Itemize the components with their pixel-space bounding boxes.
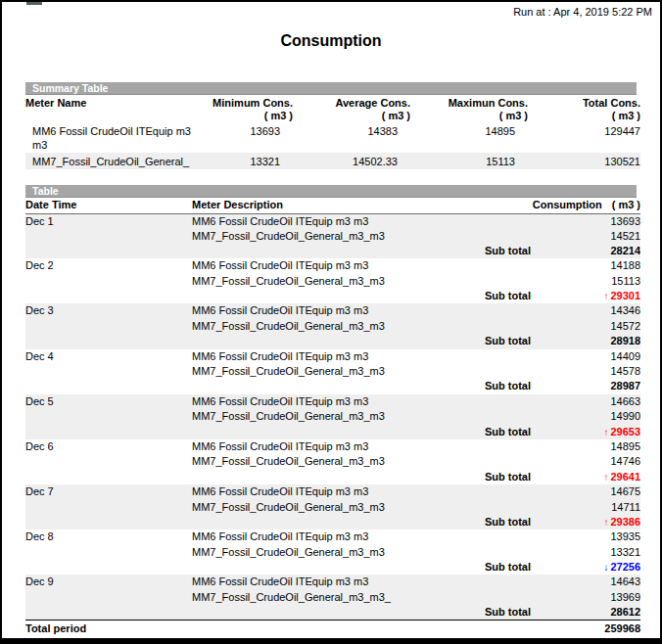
total-period-row: Total period 259968 — [25, 621, 640, 637]
spacer-cell — [466, 303, 531, 318]
sub-total-row: Sub total↑29386 — [25, 515, 640, 529]
meter-description-cell: MM6 Fossil CrudeOil ITEquip m3 m3 — [192, 349, 466, 364]
sub-total-value: 28918 — [531, 334, 640, 348]
sub-total-value: ↓27256 — [531, 560, 640, 575]
summary-total-value: 129447 — [528, 122, 640, 153]
spacer-cell — [466, 454, 531, 469]
detail-table-body: Dec 1MM6 Fossil CrudeOil ITEquip m3 m313… — [25, 213, 640, 621]
consumption-value-cell: 13321 — [531, 545, 640, 560]
spacer-cell — [466, 409, 531, 424]
meter-description-cell: MM6 Fossil CrudeOil ITEquip m3 m3 — [192, 258, 466, 273]
detail-col-meter-description: Meter Description — [192, 198, 466, 213]
detail-meter-row: MM7_Fossil_CrudeOil_General_m3_m315113 — [25, 274, 640, 289]
down-arrow-icon: ↓ — [603, 562, 608, 573]
date-cell: Dec 7 — [25, 484, 192, 499]
spacer-cell — [466, 319, 531, 334]
consumption-value-cell: 14711 — [531, 500, 640, 515]
detail-meter-row: Dec 7MM6 Fossil CrudeOil ITEquip m3 m314… — [25, 484, 640, 499]
meter-description-cell: MM7_Fossil_CrudeOil_General_m3_m3 — [192, 229, 466, 244]
sub-total-value: ↑29386 — [531, 515, 640, 529]
detail-section-header: Table — [25, 185, 637, 198]
summary-col-unit: ( m3 ) — [528, 110, 640, 122]
detail-header-row: Date Time Meter Description Consumption(… — [25, 198, 640, 213]
summary-col-label: Average Cons. — [293, 97, 410, 110]
meter-description-cell: MM6 Fossil CrudeOil ITEquip m3 m3 — [192, 303, 466, 318]
date-cell — [25, 560, 192, 575]
summary-row: MM6 Fossil CrudeOil ITEquip m3 m31369314… — [25, 122, 640, 153]
sub-total-value: 28987 — [531, 379, 640, 393]
detail-meter-row: Dec 9MM6 Fossil CrudeOil ITEquip m3 m314… — [25, 575, 640, 589]
consumption-value-cell: 13935 — [531, 529, 640, 544]
sub-total-row: Sub total28918 — [25, 334, 640, 348]
spacer-cell — [466, 274, 531, 289]
detail-col-date-time: Date Time — [25, 198, 192, 213]
summary-total-value: 130521 — [528, 153, 640, 169]
summary-col-label: Total Cons. — [528, 97, 640, 110]
consumption-value-cell: 14572 — [531, 319, 640, 334]
detail-meter-row: MM7_Fossil_CrudeOil_General_m3_m314578 — [25, 364, 640, 379]
sub-total-row: Sub total↓27256 — [25, 560, 640, 575]
date-cell: Dec 9 — [25, 575, 192, 589]
summary-col-unit: ( m3 ) — [293, 110, 410, 122]
detail-meter-row: MM7_Fossil_CrudeOil_General_m3_m313321 — [25, 545, 640, 560]
detail-meter-row: MM7_Fossil_CrudeOil_General_m3_m314521 — [25, 229, 640, 244]
summary-header-row: Meter Name Minimum Cons. ( m3 ) Average … — [25, 95, 640, 122]
meter-description-cell: MM7_Fossil_CrudeOil_General_m3_m3 — [192, 364, 466, 379]
detail-meter-row: Dec 5MM6 Fossil CrudeOil ITEquip m3 m314… — [25, 394, 640, 409]
spacer-cell — [466, 484, 531, 499]
scan-artifact-mark — [26, 2, 42, 5]
summary-max-value: 14895 — [410, 122, 528, 153]
summary-section: Summary Table Meter Name Minimum Cons. (… — [25, 82, 637, 169]
date-cell — [25, 364, 192, 379]
summary-section-header: Summary Table — [25, 82, 637, 95]
date-cell — [25, 590, 192, 605]
sub-total-label: Sub total — [466, 334, 531, 348]
spacer-cell — [466, 258, 531, 273]
spacer-cell — [192, 605, 466, 621]
sub-total-label: Sub total — [466, 379, 531, 393]
consumption-unit: ( m3 ) — [612, 199, 640, 210]
meter-description-cell: MM6 Fossil CrudeOil ITEquip m3 m3 — [192, 439, 466, 454]
spacer-cell — [192, 515, 466, 529]
summary-meter-name: MM6 Fossil CrudeOil ITEquip m3 m3 — [25, 122, 192, 153]
spacer-cell — [466, 590, 531, 605]
summary-col-unit: ( m3 ) — [410, 110, 528, 122]
run-at-timestamp: Run at : Apr 4, 2019 5:22 PM — [2, 2, 660, 20]
date-cell — [25, 334, 192, 348]
consumption-value-cell: 14643 — [531, 575, 640, 589]
date-cell — [25, 229, 192, 244]
sub-total-label: Sub total — [466, 560, 531, 575]
consumption-value-cell: 13693 — [531, 213, 640, 229]
meter-description-cell: MM7_Fossil_CrudeOil_General_m3_m3 — [192, 500, 466, 515]
detail-meter-row: MM7_Fossil_CrudeOil_General_m3_m314746 — [25, 454, 640, 469]
spacer-cell — [466, 529, 531, 544]
summary-min-value: 13693 — [192, 122, 293, 153]
spacer-cell — [192, 334, 466, 348]
consumption-report-page: Run at : Apr 4, 2019 5:22 PM Consumption… — [0, 0, 662, 644]
total-period-label: Total period — [25, 621, 531, 637]
meter-description-cell: MM6 Fossil CrudeOil ITEquip m3 m3 — [192, 484, 466, 499]
sub-total-value: ↑29653 — [531, 425, 640, 439]
meter-description-cell: MM7_Fossil_CrudeOil_General_m3_m3 — [192, 409, 466, 424]
consumption-value-cell: 14895 — [531, 439, 640, 454]
up-arrow-icon: ↑ — [603, 291, 608, 301]
date-cell — [25, 454, 192, 469]
date-cell — [25, 409, 192, 424]
detail-meter-row: Dec 8MM6 Fossil CrudeOil ITEquip m3 m313… — [25, 529, 640, 544]
meter-description-cell: MM7_Fossil_CrudeOil_General_m3_m3 — [192, 319, 466, 334]
summary-max-value: 15113 — [410, 153, 528, 169]
consumption-value-cell: 14746 — [531, 454, 640, 469]
detail-meter-row: Dec 4MM6 Fossil CrudeOil ITEquip m3 m314… — [25, 349, 640, 364]
spacer-cell — [466, 349, 531, 364]
detail-col-consumption: Consumption( m3 ) — [466, 198, 640, 213]
meter-description-cell: MM6 Fossil CrudeOil ITEquip m3 m3 — [192, 529, 466, 544]
date-cell: Dec 6 — [25, 439, 192, 454]
meter-description-cell: MM6 Fossil CrudeOil ITEquip m3 m3 — [192, 213, 466, 229]
summary-avg-value: 14502.33 — [293, 153, 410, 169]
sub-total-row: Sub total28214 — [25, 244, 640, 258]
summary-col-label: Maximun Cons. — [410, 97, 528, 110]
date-cell — [25, 500, 192, 515]
consumption-label: Consumption — [533, 199, 602, 210]
sub-total-row: Sub total↑29641 — [25, 470, 640, 484]
summary-col-label: Minimum Cons. — [192, 97, 293, 110]
